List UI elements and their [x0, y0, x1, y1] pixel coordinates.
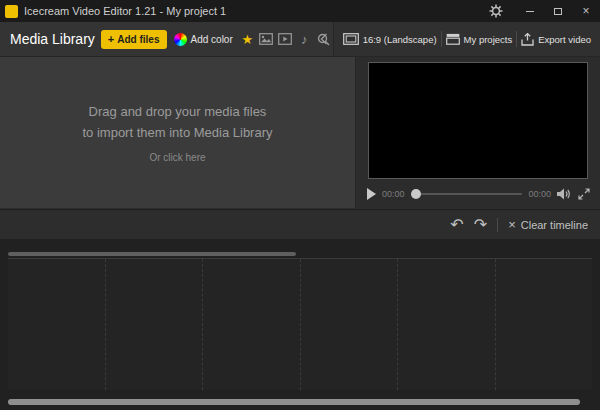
aspect-label: 16:9 (Landscape)	[363, 34, 437, 45]
add-files-label: Add files	[117, 34, 159, 45]
timeline-cell	[398, 259, 496, 390]
timeline-cell	[8, 259, 106, 390]
timeline-actions-bar: ↶ ↷ × Clear timeline	[0, 209, 600, 239]
add-files-button[interactable]: + Add files	[101, 30, 167, 49]
close-button[interactable]: ×	[572, 0, 600, 22]
timeline-tracks[interactable]	[8, 258, 592, 390]
preview-toolbar: 16:9 (Landscape) My projects Export vide…	[334, 22, 600, 56]
my-projects-button[interactable]: My projects	[442, 33, 517, 45]
play-button[interactable]	[367, 188, 376, 200]
window-title: Icecream Video Editor 1.21 - My project …	[24, 5, 226, 17]
window-controls: ×	[484, 0, 600, 22]
volume-icon[interactable]	[557, 188, 572, 200]
chevron-left-icon	[320, 33, 328, 45]
fullscreen-icon[interactable]	[578, 188, 590, 200]
video-icon	[278, 33, 292, 45]
image-icon	[259, 33, 273, 45]
my-projects-label: My projects	[464, 34, 513, 45]
elapsed-time: 00:00	[382, 189, 405, 199]
projects-icon	[446, 33, 460, 45]
undo-button[interactable]: ↶	[450, 217, 463, 233]
toolbar: Media Library + Add files Add color ★	[0, 22, 600, 57]
maximize-icon	[554, 8, 562, 15]
star-icon: ★	[241, 33, 253, 46]
app-logo-icon	[5, 5, 18, 18]
video-preview	[368, 62, 588, 179]
timeline-cell	[496, 259, 593, 390]
timeline-area[interactable]	[0, 239, 600, 410]
clear-timeline-label: Clear timeline	[521, 219, 588, 231]
tab-videos[interactable]	[278, 30, 293, 48]
film-frame-icon	[343, 33, 359, 45]
preview-panel: 00:00 00:00	[357, 57, 600, 208]
library-tabs: ★ ♪	[240, 30, 331, 48]
aspect-ratio-button[interactable]: 16:9 (Landscape)	[339, 33, 441, 45]
media-library-dropzone[interactable]: Drag and drop your media files to import…	[0, 57, 356, 208]
drop-instructions: Drag and drop your media files to import…	[82, 102, 272, 142]
timeline-cell	[106, 259, 204, 390]
total-time: 00:00	[528, 189, 551, 199]
timeline-scrollbar[interactable]	[8, 399, 592, 405]
player-controls: 00:00 00:00	[357, 182, 600, 206]
actions-divider	[497, 218, 498, 232]
timeline-track-handle	[8, 252, 296, 256]
clear-timeline-button[interactable]: × Clear timeline	[508, 218, 588, 231]
color-wheel-icon	[174, 33, 187, 46]
add-color-label: Add color	[191, 34, 233, 45]
titlebar: Icecream Video Editor 1.21 - My project …	[0, 0, 600, 22]
app-window: Icecream Video Editor 1.21 - My project …	[0, 0, 600, 410]
drop-line-1: Drag and drop your media files	[82, 102, 272, 122]
tab-audio[interactable]: ♪	[297, 30, 312, 48]
tab-images[interactable]	[259, 30, 274, 48]
settings-gear-icon[interactable]	[484, 0, 508, 22]
add-color-button[interactable]: Add color	[174, 33, 233, 46]
export-video-button[interactable]: Export video	[517, 33, 595, 46]
maximize-button[interactable]	[544, 0, 572, 22]
seek-handle[interactable]	[411, 189, 421, 199]
timeline-cell	[203, 259, 301, 390]
media-library-toolbar: Media Library + Add files Add color ★	[0, 22, 334, 56]
panel-title: Media Library	[10, 31, 95, 47]
or-click-here-link[interactable]: Or click here	[149, 152, 205, 163]
music-note-icon: ♪	[301, 33, 308, 46]
timeline-cell	[301, 259, 399, 390]
clear-x-icon: ×	[508, 218, 516, 231]
scrollbar-thumb[interactable]	[8, 399, 580, 405]
redo-button[interactable]: ↷	[474, 217, 487, 233]
seek-bar[interactable]	[411, 189, 523, 199]
export-icon	[521, 33, 534, 46]
minimize-icon	[526, 11, 534, 12]
seek-track	[411, 193, 523, 195]
minimize-button[interactable]	[516, 0, 544, 22]
export-video-label: Export video	[538, 34, 591, 45]
plus-icon: +	[108, 34, 114, 45]
collapse-panel-button[interactable]	[320, 33, 328, 45]
tab-favorites[interactable]: ★	[240, 30, 255, 48]
drop-line-2: to import them into Media Library	[82, 123, 272, 143]
